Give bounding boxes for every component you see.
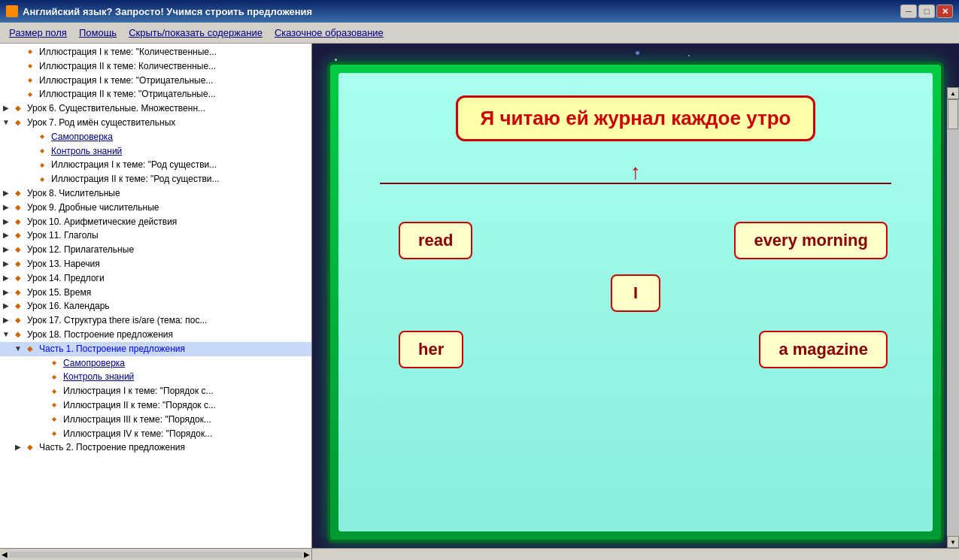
content-area: Я читаю ей журнал каждое утро ↑ read eve… [312,44,959,560]
sidebar-item-self-check-p1[interactable]: Самопроверка [0,356,311,371]
label-lesson14: Урок 14. Предлоги [27,272,311,285]
sidebar-item-illus2[interactable]: Иллюстрация II к теме: Количественные... [0,59,311,74]
sidebar-item-illus4[interactable]: Иллюстрация II к теме: "Отрицательные... [0,87,311,101]
arrow-lesson8: ▶ [0,188,12,198]
word-card-every-morning[interactable]: every morning [734,222,888,259]
sidebar-item-illus-p1-1[interactable]: Иллюстрация I к теме: "Порядок с... [0,384,311,398]
menu-toggle-content[interactable]: Скрыть/показать содержание [123,25,269,41]
close-button[interactable]: ✕ [936,5,953,18]
sidebar-item-knowledge-check-7[interactable]: Контроль знаний [0,144,311,159]
label-lesson16: Урок 16. Календарь [27,300,311,313]
icon-kn-p1 [48,371,60,382]
sidebar-item-self-check-7[interactable]: Самопроверка [0,130,311,144]
arrow-lesson14: ▶ [0,273,12,283]
label-part2: Часть 2. Построение предложения [39,441,311,454]
label-lesson8: Урок 8. Числительные [27,187,311,200]
sidebar-item-lesson10[interactable]: ▶ Урок 10. Арифметические действия [0,215,311,229]
icon-lesson17 [12,315,24,325]
icon-part2 [24,442,36,453]
menu-field-size[interactable]: Размер поля [3,25,73,41]
arrow-lesson6: ▶ [0,103,12,114]
arrow-lesson10: ▶ [0,216,12,227]
sidebar-item-lesson11[interactable]: ▶ Урок 11. Глаголы [0,229,311,243]
sidebar-hscroll[interactable]: ◀ ▶ [0,548,311,560]
sidebar-item-lesson17[interactable]: ▶ Урок 17. Структура there is/are (тема:… [0,313,311,328]
icon-lesson18 [12,329,24,340]
sidebar-item-illus-p1-4[interactable]: Иллюстрация IV к теме: "Порядок... [0,427,311,441]
word-card-a-magazine[interactable]: a magazine [759,331,888,368]
sidebar-item-lesson12[interactable]: ▶ Урок 12. Прилагательные [0,243,311,257]
arrow-lesson12: ▶ [0,244,12,255]
label-lesson15: Урок 15. Время [27,286,311,299]
icon-lesson14 [12,273,24,283]
arrow-lesson11: ▶ [0,230,12,241]
sidebar-item-lesson9[interactable]: ▶ Урок 9. Дробные числительные [0,201,311,215]
label-rod2: Иллюстрация II к теме: "Род существи... [51,173,311,186]
label-ip2: Иллюстрация II к теме: "Порядок с... [63,399,311,412]
sidebar-item-part1[interactable]: ▼ Часть 1. Построение предложения [0,342,311,356]
sidebar-item-illus-p1-3[interactable]: Иллюстрация III к теме: "Порядок... [0,413,311,427]
icon-lesson10 [12,216,24,227]
icon-self-check-7 [36,132,48,142]
label-illus1: Иллюстрация I к теме: "Количественные... [39,46,311,59]
label-part1: Часть 1. Построение предложения [39,343,311,356]
word-card-her[interactable]: her [399,331,463,368]
label-lesson17: Урок 17. Структура there is/are (тема: п… [27,314,311,327]
label-lesson10: Урок 10. Арифметические действия [27,216,311,229]
icon-illus1 [24,47,36,57]
sidebar-item-lesson15[interactable]: ▶ Урок 15. Время [0,286,311,300]
sidebar-item-lesson7[interactable]: ▼ Урок 7. Род имён существительных [0,116,311,130]
minimize-button[interactable]: ─ [900,5,917,18]
sidebar-item-lesson8[interactable]: ▶ Урок 8. Числительные [0,186,311,201]
word-card-read[interactable]: read [399,222,472,259]
label-lesson12: Урок 12. Прилагательные [27,244,311,256]
label-lesson6: Урок 6. Существительные. Множественн... [27,102,311,115]
icon-lesson8 [12,188,24,198]
word-card-i[interactable]: I [611,274,660,312]
menu-help[interactable]: Помощь [73,25,123,41]
lesson-inner: Я читаю ей журнал каждое утро ↑ read eve… [338,73,933,531]
label-ip1: Иллюстрация I к теме: "Порядок с... [63,385,311,398]
sidebar-item-lesson6[interactable]: ▶ Урок 6. Существительные. Множественн..… [0,101,311,116]
sidebar-item-part2[interactable]: ▶ Часть 2. Построение предложения [0,440,311,455]
label-lesson11: Урок 11. Глаголы [27,229,311,242]
icon-lesson13 [12,259,24,269]
maximize-button[interactable]: □ [918,5,935,18]
card-every-morning-label: every morning [754,231,868,250]
lesson-frame: Я читаю ей журнал каждое утро ↑ read eve… [327,62,944,543]
hscroll-right[interactable]: ▶ [304,550,310,558]
scrollbar-thumb[interactable] [948,99,958,129]
label-ip4: Иллюстрация IV к теме: "Порядок... [63,428,311,440]
hscroll-left[interactable]: ◀ [2,550,8,558]
arrow-lesson9: ▶ [0,202,12,213]
sentence-box: Я читаю ей журнал каждое утро [456,95,816,141]
sidebar-item-lesson14[interactable]: ▶ Урок 14. Предлоги [0,271,311,286]
label-knowledge-check-7: Контроль знаний [51,145,311,158]
sidebar-item-illus-rod1[interactable]: Иллюстрация I к теме: "Род существи... [0,158,311,172]
window-controls: ─ □ ✕ [900,5,953,18]
card-i-label: I [633,283,638,302]
icon-rod2 [36,174,48,184]
sidebar-item-illus1[interactable]: Иллюстрация I к теме: "Количественные... [0,45,311,59]
sidebar-item-kn-p1[interactable]: Контроль знаний [0,370,311,384]
sidebar-item-lesson13[interactable]: ▶ Урок 13. Наречия [0,257,311,271]
sidebar-item-illus-p1-2[interactable]: Иллюстрация II к теме: "Порядок с... [0,398,311,413]
right-scrollbar[interactable]: ▲ ▼ [947,87,959,548]
label-illus3: Иллюстрация I к теме: "Отрицательные... [39,74,311,87]
icon-lesson9 [12,202,24,213]
sidebar-item-illus-rod2[interactable]: Иллюстрация II к теме: "Род существи... [0,172,311,186]
label-illus4: Иллюстрация II к теме: "Отрицательные... [39,88,311,101]
card-her-label: her [418,340,444,359]
label-lesson9: Урок 9. Дробные числительные [27,201,311,214]
sidebar-item-lesson18[interactable]: ▼ Урок 18. Построение предложения [0,328,311,342]
scrollbar-up-btn[interactable]: ▲ [947,87,959,99]
menu-fairy-edu[interactable]: Сказочное образование [269,25,390,41]
sidebar-item-lesson16[interactable]: ▶ Урок 16. Календарь [0,299,311,313]
label-lesson18: Урок 18. Построение предложения [27,328,311,341]
scrollbar-down-btn[interactable]: ▼ [947,536,959,548]
icon-lesson7 [12,117,24,128]
sidebar-item-illus3[interactable]: Иллюстрация I к теме: "Отрицательные... [0,74,311,88]
label-illus2: Иллюстрация II к теме: Количественные... [39,60,311,73]
sidebar-scroll[interactable]: Иллюстрация I к теме: "Количественные...… [0,44,311,548]
arrow-lesson16: ▶ [0,301,12,311]
